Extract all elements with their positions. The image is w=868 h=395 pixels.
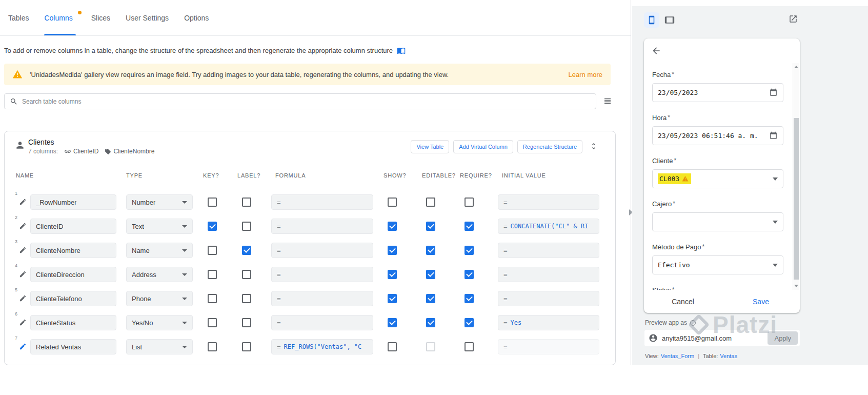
column-type-select[interactable]: Text bbox=[126, 219, 193, 234]
unfold-more-icon[interactable] bbox=[590, 142, 598, 150]
edit-column-icon[interactable] bbox=[19, 294, 27, 302]
open-in-new-icon[interactable] bbox=[789, 14, 798, 24]
column-name-field[interactable]: _RowNumber bbox=[30, 194, 116, 210]
show-checkbox[interactable] bbox=[388, 270, 397, 279]
editable-checkbox[interactable] bbox=[426, 198, 435, 207]
editor-tab[interactable]: User Settings bbox=[126, 0, 169, 35]
column-type-select[interactable]: Number bbox=[126, 194, 193, 210]
editor-tab[interactable]: Options bbox=[184, 0, 209, 35]
initial-value-field[interactable]: = bbox=[498, 194, 599, 210]
docs-book-icon[interactable] bbox=[397, 46, 406, 55]
initial-value-field[interactable]: = bbox=[498, 339, 599, 354]
preview-scrollbar[interactable] bbox=[793, 63, 799, 290]
require-checkbox[interactable] bbox=[465, 222, 474, 231]
column-type-select[interactable]: Phone bbox=[126, 291, 193, 306]
editable-checkbox[interactable] bbox=[426, 222, 435, 231]
search-box[interactable] bbox=[4, 93, 596, 109]
column-type-select[interactable]: Name bbox=[126, 243, 193, 258]
show-checkbox[interactable] bbox=[388, 342, 397, 351]
label-checkbox[interactable] bbox=[242, 342, 251, 351]
key-checkbox[interactable] bbox=[208, 318, 217, 327]
editable-checkbox[interactable] bbox=[426, 318, 435, 327]
edit-column-icon[interactable] bbox=[19, 222, 27, 230]
scroll-up-arrow[interactable] bbox=[794, 66, 798, 68]
initial-value-field[interactable]: = bbox=[498, 291, 599, 306]
require-checkbox[interactable] bbox=[465, 318, 474, 327]
field-input[interactable]: 23/05/2023 06:51:46 a. m. bbox=[652, 126, 783, 145]
column-type-select[interactable]: List bbox=[126, 339, 193, 354]
editable-checkbox[interactable] bbox=[426, 294, 435, 303]
formula-field[interactable]: =REF_ROWS("Ventas", "C bbox=[271, 339, 373, 354]
editable-checkbox[interactable] bbox=[426, 270, 435, 279]
column-name-field[interactable]: ClienteDireccion bbox=[30, 267, 116, 282]
phone-preview-toggle[interactable] bbox=[644, 12, 659, 28]
table-action-button[interactable]: Regenerate Structure bbox=[517, 140, 582, 153]
scrollbar-thumb[interactable] bbox=[794, 118, 799, 280]
save-button[interactable]: Save bbox=[722, 298, 800, 306]
show-checkbox[interactable] bbox=[388, 246, 397, 255]
calendar-icon[interactable] bbox=[769, 88, 778, 97]
initial-value-field[interactable]: =Yes bbox=[498, 315, 599, 330]
cancel-button[interactable]: Cancel bbox=[644, 298, 722, 306]
label-checkbox[interactable] bbox=[242, 270, 251, 279]
key-checkbox[interactable] bbox=[208, 294, 217, 303]
column-type-select[interactable]: Yes/No bbox=[126, 315, 193, 330]
column-name-field[interactable]: ClienteNombre bbox=[30, 243, 116, 258]
column-name-field[interactable]: ClienteID bbox=[30, 219, 116, 234]
column-name-field[interactable]: Related Ventas bbox=[30, 339, 116, 354]
scroll-down-arrow[interactable] bbox=[794, 285, 798, 287]
column-name-field[interactable]: ClienteTelefono bbox=[30, 291, 116, 306]
edit-column-icon[interactable] bbox=[19, 198, 27, 206]
formula-field[interactable]: = bbox=[271, 219, 373, 234]
label-checkbox[interactable] bbox=[242, 294, 251, 303]
editor-tab[interactable]: Tables bbox=[8, 0, 29, 35]
key-checkbox[interactable] bbox=[208, 246, 217, 255]
require-checkbox[interactable] bbox=[465, 342, 474, 351]
show-checkbox[interactable] bbox=[388, 198, 397, 207]
initial-value-field[interactable]: =CONCATENATE("CL" & RI bbox=[498, 219, 599, 234]
edit-column-icon[interactable] bbox=[19, 270, 27, 278]
field-input[interactable]: 23/05/2023 bbox=[652, 83, 783, 102]
column-name-field[interactable]: ClienteStatus bbox=[30, 315, 116, 330]
table-link[interactable]: Ventas bbox=[720, 353, 737, 359]
apply-button[interactable]: Apply bbox=[768, 331, 798, 345]
formula-field[interactable]: = bbox=[271, 291, 373, 306]
label-checkbox[interactable] bbox=[242, 198, 251, 207]
field-input[interactable]: CL003 bbox=[652, 169, 783, 188]
info-icon[interactable] bbox=[690, 320, 696, 326]
require-checkbox[interactable] bbox=[465, 294, 474, 303]
field-input[interactable] bbox=[652, 212, 783, 231]
show-checkbox[interactable] bbox=[388, 222, 397, 231]
key-checkbox[interactable] bbox=[208, 222, 217, 231]
field-input[interactable]: Efectivo bbox=[652, 255, 783, 274]
key-checkbox[interactable] bbox=[208, 198, 217, 207]
back-arrow-icon[interactable] bbox=[651, 46, 661, 56]
initial-value-field[interactable]: = bbox=[498, 267, 599, 282]
column-type-select[interactable]: Address bbox=[126, 267, 193, 282]
formula-field[interactable]: = bbox=[271, 315, 373, 330]
table-action-button[interactable]: View Table bbox=[411, 140, 449, 153]
require-checkbox[interactable] bbox=[465, 246, 474, 255]
initial-value-field[interactable]: = bbox=[498, 243, 599, 258]
learn-more-link[interactable]: Learn more bbox=[569, 71, 602, 78]
require-checkbox[interactable] bbox=[465, 270, 474, 279]
formula-field[interactable]: = bbox=[271, 267, 373, 282]
edit-column-icon[interactable] bbox=[19, 343, 27, 350]
key-checkbox[interactable] bbox=[208, 342, 217, 351]
label-checkbox[interactable] bbox=[242, 246, 251, 255]
editor-tab[interactable]: Slices bbox=[91, 0, 110, 35]
calendar-icon[interactable] bbox=[769, 131, 778, 140]
key-checkbox[interactable] bbox=[208, 270, 217, 279]
label-checkbox[interactable] bbox=[242, 222, 251, 231]
view-options-icon[interactable] bbox=[603, 96, 612, 106]
show-checkbox[interactable] bbox=[388, 318, 397, 327]
show-checkbox[interactable] bbox=[388, 294, 397, 303]
editable-checkbox[interactable] bbox=[426, 342, 435, 351]
tablet-preview-toggle[interactable] bbox=[664, 15, 675, 25]
view-link[interactable]: Ventas_Form bbox=[661, 353, 694, 359]
label-checkbox[interactable] bbox=[242, 318, 251, 327]
formula-field[interactable]: = bbox=[271, 243, 373, 258]
require-checkbox[interactable] bbox=[465, 198, 474, 207]
editable-checkbox[interactable] bbox=[426, 246, 435, 255]
preview-user-row[interactable]: anyita9515@gmail.com Apply bbox=[644, 330, 800, 346]
